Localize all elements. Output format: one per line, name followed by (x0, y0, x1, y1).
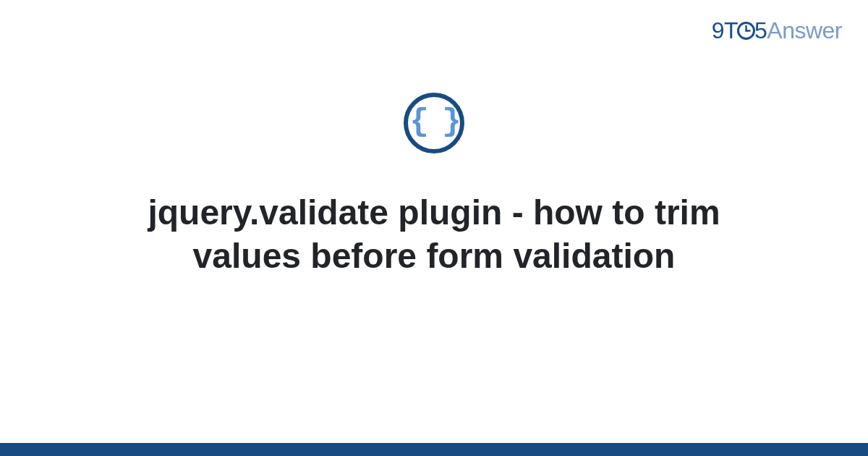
footer-accent-bar (0, 443, 868, 456)
code-braces-icon: { } (409, 106, 458, 138)
logo-part-9t: 9T (712, 17, 738, 43)
category-badge: { } (404, 93, 464, 153)
site-logo: 9T5Answer (712, 17, 842, 44)
clock-icon (736, 21, 756, 41)
logo-part-5: 5 (754, 17, 767, 43)
page-title: jquery.validate plugin - how to trim val… (72, 191, 796, 278)
logo-text: 9T5Answer (712, 17, 842, 44)
logo-part-answer: Answer (767, 17, 842, 43)
main-content: { } jquery.validate plugin - how to trim… (0, 93, 868, 278)
